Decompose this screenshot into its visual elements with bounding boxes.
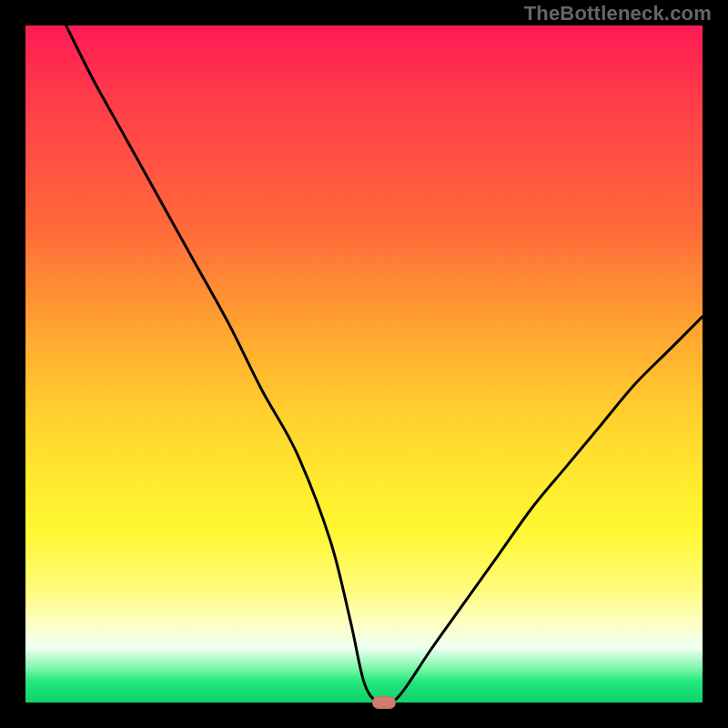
chart-frame: TheBottleneck.com [0,0,728,728]
bottleneck-curve [25,25,703,703]
watermark-text: TheBottleneck.com [524,2,712,25]
plot-area [25,25,703,703]
optimal-point-marker [372,696,396,709]
